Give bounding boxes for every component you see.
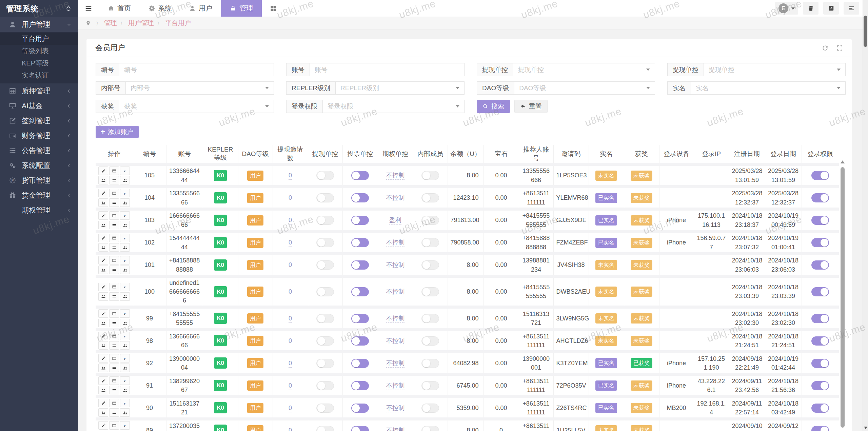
- sidebar-item-pledge-mgmt[interactable]: 质押管理: [0, 83, 78, 98]
- option-ctrl-link[interactable]: 不控制: [386, 382, 405, 390]
- withdraw-toggle[interactable]: [316, 336, 334, 346]
- sidebar-item-ai-fund[interactable]: AI基金: [0, 98, 78, 113]
- edit-action-button[interactable]: [98, 354, 108, 363]
- users-action-button[interactable]: [120, 319, 130, 327]
- vote-toggle[interactable]: [351, 238, 369, 247]
- option-ctrl-link[interactable]: 不控制: [386, 360, 405, 368]
- sidebar-toggle-button[interactable]: [78, 0, 99, 17]
- vote-toggle[interactable]: [351, 216, 369, 225]
- users-action-button[interactable]: [120, 292, 130, 301]
- edit-action-button[interactable]: [98, 376, 108, 385]
- filter-dao-level-select[interactable]: DAO等级: [514, 81, 655, 95]
- login-perm-toggle[interactable]: [811, 336, 829, 346]
- vote-toggle[interactable]: [351, 171, 369, 180]
- invites-link[interactable]: 0: [289, 217, 292, 224]
- users-action-button[interactable]: [98, 292, 108, 301]
- sidebar-item-announcement-mgmt[interactable]: 公告管理: [0, 143, 78, 158]
- card-action-button[interactable]: [109, 341, 119, 350]
- users-action-button[interactable]: [120, 221, 130, 229]
- internal-member-toggle[interactable]: [421, 238, 439, 247]
- internal-member-toggle[interactable]: [421, 193, 439, 202]
- sidebar-item-checkin-mgmt[interactable]: 签到管理: [0, 113, 78, 128]
- window-action-button[interactable]: [109, 211, 119, 220]
- withdraw-toggle[interactable]: [316, 381, 334, 390]
- users-action-button[interactable]: [98, 364, 108, 372]
- card-action-button[interactable]: [109, 364, 119, 372]
- card-action-button[interactable]: [109, 266, 119, 274]
- filter-withdraw-ctrl-select[interactable]: 提现单控: [513, 63, 655, 76]
- card-action-button[interactable]: [109, 198, 119, 207]
- login-perm-toggle[interactable]: [811, 193, 829, 202]
- window-action-button[interactable]: [109, 421, 119, 430]
- search-button[interactable]: 搜索: [477, 100, 510, 113]
- window-action-button[interactable]: [109, 376, 119, 385]
- page-scrollbar-thumb[interactable]: [864, 16, 867, 47]
- users-action-button[interactable]: [120, 176, 130, 184]
- window-action-button[interactable]: [109, 309, 119, 318]
- filter-realname-select[interactable]: 实名: [691, 81, 846, 95]
- option-ctrl-link[interactable]: 不控制: [386, 427, 405, 431]
- withdraw-toggle[interactable]: [316, 238, 334, 247]
- sidebar-item-currency-mgmt[interactable]: P货币管理: [0, 173, 78, 188]
- internal-member-toggle[interactable]: [421, 336, 439, 346]
- filter-repler-level-select[interactable]: REPLER级别: [336, 81, 465, 95]
- invites-link[interactable]: 0: [289, 172, 292, 180]
- edit-action-button[interactable]: [98, 234, 108, 242]
- v-action-button[interactable]: v: [120, 421, 130, 430]
- v-action-button[interactable]: v: [120, 399, 130, 407]
- edit-action-button[interactable]: [98, 309, 108, 318]
- option-ctrl-link[interactable]: 盈利: [389, 217, 401, 224]
- edit-action-button[interactable]: [98, 399, 108, 407]
- withdraw-toggle[interactable]: [316, 193, 334, 202]
- sidebar-item-bounty-mgmt[interactable]: 赏金管理: [0, 188, 78, 203]
- invites-link[interactable]: 0: [289, 337, 292, 345]
- users-action-button[interactable]: [120, 198, 130, 207]
- filter-login-perm-select[interactable]: 登录权限: [323, 100, 465, 113]
- users-action-button[interactable]: [98, 221, 108, 229]
- window-action-button[interactable]: [109, 166, 119, 175]
- v-action-button[interactable]: v: [120, 211, 130, 220]
- sidebar-item-finance-mgmt[interactable]: 财务管理: [0, 128, 78, 143]
- vote-toggle[interactable]: [351, 381, 369, 390]
- vote-toggle[interactable]: [351, 193, 369, 202]
- invites-link[interactable]: 0: [289, 382, 292, 390]
- invites-link[interactable]: 0: [289, 315, 292, 323]
- window-action-button[interactable]: [109, 354, 119, 363]
- edit-action-button[interactable]: [98, 332, 108, 340]
- v-action-button[interactable]: v: [120, 234, 130, 242]
- v-action-button[interactable]: v: [120, 376, 130, 385]
- users-action-button[interactable]: [98, 243, 108, 252]
- option-ctrl-link[interactable]: 不控制: [386, 315, 405, 323]
- sidebar-item-level-list[interactable]: 等级列表: [0, 45, 78, 57]
- scroll-up-icon[interactable]: [841, 160, 845, 163]
- withdraw-toggle[interactable]: [316, 404, 334, 413]
- internal-member-toggle[interactable]: [421, 171, 439, 180]
- page-scrollbar[interactable]: [863, 0, 868, 431]
- window-action-button[interactable]: [109, 189, 119, 197]
- scrollbar-thumb[interactable]: [841, 167, 845, 428]
- card-action-button[interactable]: [109, 243, 119, 252]
- filter-id-input[interactable]: [124, 66, 269, 74]
- filter-internal-no-select[interactable]: 内部号: [126, 81, 274, 95]
- sidebar-item-realname-auth[interactable]: 实名认证: [0, 69, 78, 81]
- apps-grid-icon[interactable]: [262, 0, 285, 17]
- login-perm-toggle[interactable]: [811, 426, 829, 431]
- login-perm-toggle[interactable]: [811, 171, 829, 180]
- invites-link[interactable]: 0: [289, 405, 292, 412]
- card-action-button[interactable]: [109, 176, 119, 184]
- login-perm-toggle[interactable]: [811, 216, 829, 225]
- users-action-button[interactable]: [120, 386, 130, 394]
- internal-member-toggle[interactable]: [421, 381, 439, 390]
- option-ctrl-link[interactable]: 不控制: [386, 194, 405, 202]
- withdraw-toggle[interactable]: [316, 314, 334, 323]
- v-action-button[interactable]: v: [120, 166, 130, 175]
- breadcrumb-item-1[interactable]: 用户管理: [128, 19, 154, 26]
- edit-action-button[interactable]: [98, 211, 108, 220]
- v-action-button[interactable]: v: [120, 332, 130, 340]
- withdraw-toggle[interactable]: [316, 359, 334, 368]
- card-action-button[interactable]: [109, 221, 119, 229]
- sidebar-item-option-mgmt[interactable]: 期权管理: [0, 203, 78, 218]
- breadcrumb-item-2[interactable]: 平台用户: [165, 19, 191, 26]
- internal-member-toggle[interactable]: [421, 359, 439, 368]
- option-ctrl-link[interactable]: 不控制: [386, 405, 405, 412]
